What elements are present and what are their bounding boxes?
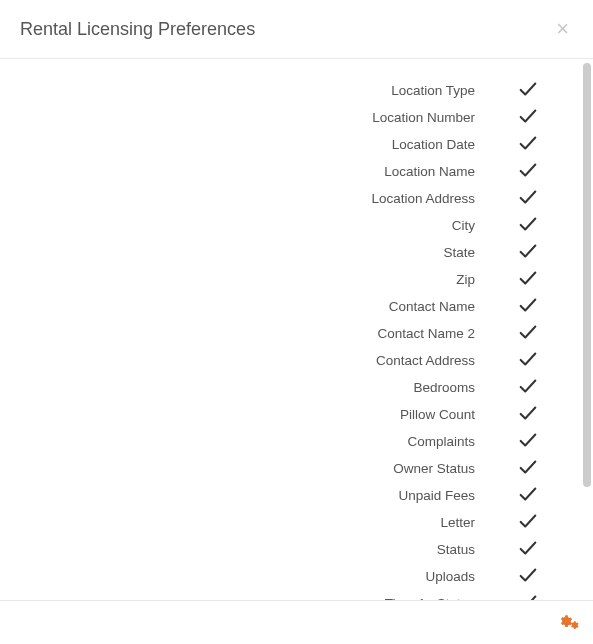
check-icon [517,294,539,320]
preference-toggle[interactable] [493,402,563,428]
preference-row: State [10,239,563,266]
preference-row: Status [10,536,563,563]
preference-row: Location Type [10,77,563,104]
preference-row: Unpaid Fees [10,482,563,509]
preferences-scroll-area[interactable]: Location TypeLocation NumberLocation Dat… [0,59,593,600]
preference-toggle[interactable] [493,159,563,185]
preference-row: Location Date [10,131,563,158]
preference-label: Zip [456,272,475,287]
check-icon [517,132,539,158]
preference-toggle[interactable] [493,267,563,293]
preference-label: Letter [440,515,475,530]
preference-toggle[interactable] [493,132,563,158]
check-icon [517,483,539,509]
modal-header: Rental Licensing Preferences × [0,0,593,59]
preference-toggle[interactable] [493,456,563,482]
preference-toggle[interactable] [493,78,563,104]
preference-toggle[interactable] [493,348,563,374]
preference-label: Complaints [407,434,475,449]
preference-toggle[interactable] [493,564,563,590]
check-icon [517,240,539,266]
check-icon [517,564,539,590]
preference-toggle[interactable] [493,510,563,536]
preference-label: Location Address [371,191,475,206]
preference-label: City [452,218,475,233]
modal-title: Rental Licensing Preferences [20,19,255,40]
preference-toggle[interactable] [493,186,563,212]
preference-row: Time As Status [10,590,563,600]
preference-label: Location Date [392,137,475,152]
close-button[interactable]: × [552,18,573,40]
preference-label: Time As Status [385,596,475,600]
preference-row: Uploads [10,563,563,590]
check-icon [517,402,539,428]
preference-label: Pillow Count [400,407,475,422]
check-icon [517,375,539,401]
check-icon [517,213,539,239]
preference-label: Owner Status [393,461,475,476]
preference-row: Pillow Count [10,401,563,428]
preference-toggle[interactable] [493,537,563,563]
preference-toggle[interactable] [493,591,563,601]
preference-row: City [10,212,563,239]
preference-toggle[interactable] [493,213,563,239]
check-icon [517,510,539,536]
check-icon [517,267,539,293]
preference-toggle[interactable] [493,294,563,320]
check-icon [517,537,539,563]
check-icon [517,105,539,131]
preference-row: Contact Name [10,293,563,320]
preference-label: Contact Address [376,353,475,368]
modal-footer [0,604,593,644]
preference-label: Location Number [372,110,475,125]
preference-row: Contact Name 2 [10,320,563,347]
preference-row: Location Name [10,158,563,185]
check-icon [517,78,539,104]
preference-row: Complaints [10,428,563,455]
check-icon [517,186,539,212]
check-icon [517,591,539,601]
preference-label: Location Type [391,83,475,98]
preference-row: Contact Address [10,347,563,374]
preference-toggle[interactable] [493,483,563,509]
preference-row: Bedrooms [10,374,563,401]
scrollbar-thumb[interactable] [583,63,591,487]
preference-toggle[interactable] [493,240,563,266]
preference-row: Location Number [10,104,563,131]
check-icon [517,348,539,374]
preference-row: Location Address [10,185,563,212]
preference-row: Letter [10,509,563,536]
check-icon [517,321,539,347]
preference-toggle[interactable] [493,375,563,401]
preference-row: Zip [10,266,563,293]
preference-label: Location Name [384,164,475,179]
preference-row: Owner Status [10,455,563,482]
preferences-list: Location TypeLocation NumberLocation Dat… [10,77,563,600]
preference-label: Uploads [425,569,475,584]
check-icon [517,159,539,185]
preference-toggle[interactable] [493,321,563,347]
preference-label: Unpaid Fees [398,488,475,503]
check-icon [517,429,539,455]
close-icon: × [556,16,569,41]
preference-toggle[interactable] [493,429,563,455]
preference-label: State [443,245,475,260]
preference-label: Contact Name [389,299,475,314]
check-icon [517,456,539,482]
preference-label: Bedrooms [413,380,475,395]
preference-label: Contact Name 2 [377,326,475,341]
preference-label: Status [437,542,475,557]
modal-body: Location TypeLocation NumberLocation Dat… [0,59,593,601]
settings-gear-icon[interactable] [557,613,579,635]
preference-toggle[interactable] [493,105,563,131]
